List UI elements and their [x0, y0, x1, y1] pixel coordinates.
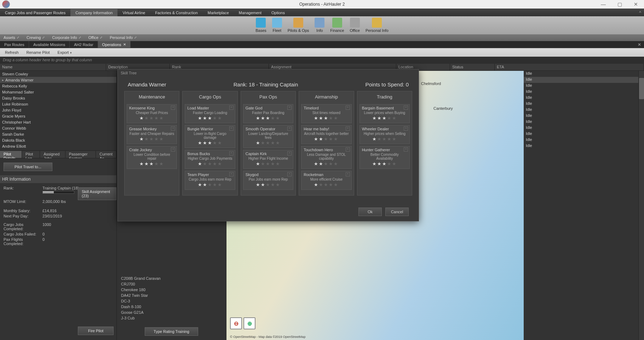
skill-expand-icon[interactable]: ^: [171, 126, 175, 131]
status-row[interactable]: Idle: [524, 95, 644, 101]
tabs-close-icon[interactable]: ✕: [635, 41, 644, 48]
pilot-row[interactable]: Christopher Hart: [0, 119, 116, 125]
status-row[interactable]: Idle: [524, 83, 644, 89]
menu-item[interactable]: Virtual Airline: [117, 9, 150, 16]
skill-card[interactable]: ^Kerosene KingCheaper Fuel Prices★★★★★: [127, 104, 177, 123]
ribbon-button[interactable]: Pilots & Ops: [285, 16, 312, 34]
status-row[interactable]: Idle: [524, 71, 644, 77]
skill-card[interactable]: ^Bungie WarriorLower in-flight Cargo dam…: [185, 125, 235, 148]
type-rating-row[interactable]: Cherokee 180: [120, 287, 223, 293]
skill-card[interactable]: ^Smooth OperatorLower Landing/Departure …: [243, 125, 293, 148]
skill-expand-icon[interactable]: ^: [229, 172, 234, 176]
menu-item[interactable]: Factories & Construction: [150, 9, 202, 16]
ribbon-group-label[interactable]: Office ⤢: [85, 35, 107, 40]
ribbon-group-label[interactable]: Crewing ⤢: [23, 35, 48, 40]
status-row[interactable]: Idle: [524, 143, 644, 149]
skill-assignment-button[interactable]: Skill Assignment (23): [78, 187, 116, 200]
pilot-list[interactable]: Steven CowleyAmanda WarnerRebecca KellyM…: [0, 71, 116, 149]
pilot-row[interactable]: Luke Robinson: [0, 101, 116, 107]
pilot-row[interactable]: Steven Cowley: [0, 71, 116, 77]
ribbon-group-label[interactable]: Assets ⤢: [0, 35, 23, 40]
ribbon-group-label[interactable]: Personal Info ⤢: [106, 35, 140, 40]
document-tab[interactable]: Pax Routes: [0, 41, 29, 48]
skill-expand-icon[interactable]: ^: [287, 126, 292, 131]
document-tab[interactable]: Operations✕: [98, 41, 131, 48]
pilot-row[interactable]: Dakota Black: [0, 137, 116, 143]
status-row[interactable]: Idle: [524, 101, 644, 107]
menu-item[interactable]: Company Information: [70, 9, 117, 16]
skill-expand-icon[interactable]: ^: [229, 126, 234, 131]
skill-expand-icon[interactable]: ^: [404, 106, 408, 110]
status-row[interactable]: Idle: [524, 89, 644, 95]
detail-tab[interactable]: Assigned Jobs: [40, 151, 65, 158]
skill-expand-icon[interactable]: ^: [287, 172, 292, 176]
group-by-hint[interactable]: Drag a column header here to group by th…: [0, 57, 644, 64]
skill-expand-icon[interactable]: ^: [229, 151, 234, 155]
ok-button[interactable]: Ok: [358, 208, 382, 216]
skill-expand-icon[interactable]: ^: [346, 106, 350, 110]
ribbon-button[interactable]: Bases: [253, 16, 269, 34]
pilot-travel-button[interactable]: Pilot Travel to...: [4, 163, 52, 171]
menu-item[interactable]: Options: [266, 9, 290, 16]
minimize-button[interactable]: —: [595, 0, 611, 8]
skill-card[interactable]: ^Team PlayerCargo Jobs earn more Rep★★★★…: [185, 171, 235, 190]
export-button[interactable]: Export: [54, 50, 76, 55]
skill-expand-icon[interactable]: ^: [346, 172, 350, 176]
ribbon-button[interactable]: Office: [347, 16, 363, 34]
status-row[interactable]: Idle: [524, 119, 644, 125]
col-name[interactable]: Name: [0, 64, 106, 70]
type-rating-row[interactable]: CRJ700: [120, 281, 223, 287]
skill-card[interactable]: ^Bonus BucksHigher Cargo Job Payments★★★…: [185, 150, 235, 169]
document-tab[interactable]: Available Missions: [29, 41, 70, 48]
rename-pilot-button[interactable]: Rename Pilot: [23, 50, 53, 55]
status-row[interactable]: Idle: [524, 107, 644, 113]
pilot-row[interactable]: Gracie Myers: [0, 113, 116, 119]
skill-expand-icon[interactable]: ^: [229, 106, 234, 110]
skill-expand-icon[interactable]: ^: [287, 151, 292, 155]
tab-close-icon[interactable]: ✕: [123, 42, 126, 46]
pilot-row[interactable]: Daisy Brooks: [0, 95, 116, 101]
skill-card[interactable]: ^Hunter GathererBetter Commodity Availab…: [360, 146, 410, 169]
detail-tab[interactable]: Pilot Log: [22, 151, 40, 158]
status-row[interactable]: Idle: [524, 125, 644, 131]
cancel-button[interactable]: Cancel: [385, 208, 409, 216]
skill-card[interactable]: ^Wheeler DealerHigher prices when Sellin…: [360, 125, 410, 144]
close-button[interactable]: ✕: [628, 0, 644, 8]
zoom-out-button[interactable]: ⊖: [230, 317, 242, 329]
menu-item[interactable]: Cargo Jobs and Passenger Routes: [0, 9, 70, 16]
skill-expand-icon[interactable]: ^: [346, 126, 350, 131]
pilot-row[interactable]: Rebecca Kelly: [0, 83, 116, 89]
fire-pilot-button[interactable]: Fire Pilot: [78, 327, 114, 335]
type-rating-training-button[interactable]: Type Rating Training: [145, 327, 198, 336]
status-row[interactable]: Idle: [524, 131, 644, 137]
pilot-row[interactable]: Andrew Elliott: [0, 143, 116, 149]
zoom-in-button[interactable]: ⊕: [243, 317, 255, 329]
skill-card[interactable]: ^RocketmanMore efficient Cruise★★★★★: [301, 171, 351, 190]
maximize-button[interactable]: ▢: [611, 0, 628, 8]
skill-card[interactable]: ^TimelordSlot times relaxed★★★★★: [301, 104, 351, 123]
col-eta[interactable]: ETA: [495, 64, 644, 70]
skill-expand-icon[interactable]: ^: [171, 106, 175, 110]
pilot-row[interactable]: Connor Webb: [0, 125, 116, 131]
detail-tab[interactable]: Pilot Details: [0, 151, 22, 158]
skill-expand-icon[interactable]: ^: [404, 147, 408, 152]
type-rating-row[interactable]: Goose G21A: [120, 310, 223, 315]
status-row[interactable]: Idle: [524, 113, 644, 119]
skill-card[interactable]: ^SkygodPax Jobs earn more Rep★★★★★: [243, 171, 293, 190]
pilot-row[interactable]: John Floyd: [0, 107, 116, 113]
type-rating-row[interactable]: Dash 8-100: [120, 304, 223, 310]
detail-tab[interactable]: Current As: [96, 151, 116, 158]
type-rating-row[interactable]: J-3 Cub: [120, 315, 223, 321]
skill-card[interactable]: ^Load MasterFaster Cargo Loading★★★★★: [185, 104, 235, 123]
skill-expand-icon[interactable]: ^: [404, 126, 408, 131]
skill-card[interactable]: ^Hear me baby!Aircraft holds together be…: [301, 125, 351, 144]
refresh-button[interactable]: Refresh: [1, 50, 22, 55]
detail-tab[interactable]: Passenger Sectors: [65, 151, 96, 158]
pilot-row[interactable]: Sarah Darke: [0, 131, 116, 137]
pilot-row[interactable]: Amanda Warner: [0, 77, 116, 83]
pilot-row[interactable]: Mohammad Salter: [0, 89, 116, 95]
ribbon-button[interactable]: Finance: [327, 16, 347, 34]
skill-expand-icon[interactable]: ^: [287, 106, 292, 110]
skill-card[interactable]: ^Crate JockeyLower Condition before repa…: [127, 146, 177, 169]
status-row[interactable]: Idle: [524, 77, 644, 83]
